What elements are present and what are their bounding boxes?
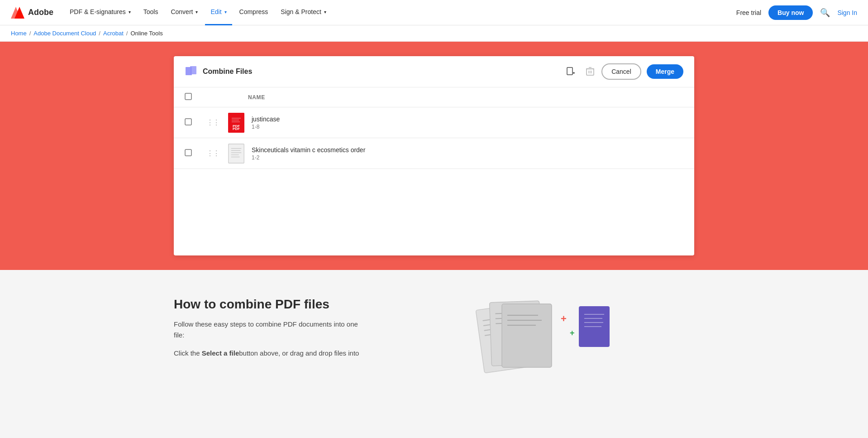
- hero-section: Combine Files: [0, 42, 868, 270]
- nav-item-convert[interactable]: Convert ▾: [165, 0, 203, 25]
- how-to-step1: Click the Select a filebutton above, or …: [174, 348, 364, 359]
- breadcrumb-current: Online Tools: [130, 30, 162, 37]
- chevron-icon: ▾: [324, 10, 326, 14]
- nav-items: PDF & E-signatures ▾ Tools Convert ▾ Edi…: [64, 0, 736, 25]
- panel-title: Combine Files: [203, 67, 559, 76]
- drag-handle-icon[interactable]: ⋮⋮: [206, 118, 219, 127]
- svg-rect-21: [229, 144, 244, 163]
- chevron-icon: ▾: [224, 10, 227, 14]
- file-name-1: justincase: [252, 116, 683, 123]
- breadcrumb-sep-1: /: [29, 30, 31, 37]
- combine-files-icon: [185, 65, 197, 78]
- nav-item-tools[interactable]: Tools: [138, 0, 164, 25]
- nav-right: Free trial Buy now 🔍 Sign In: [736, 5, 857, 20]
- svg-text:+: +: [570, 328, 575, 337]
- breadcrumb-home[interactable]: Home: [11, 30, 27, 37]
- nav-item-edit[interactable]: Edit ▾: [205, 0, 232, 25]
- chevron-icon: ▾: [196, 10, 198, 14]
- svg-text:PDF: PDF: [233, 124, 240, 128]
- search-icon[interactable]: 🔍: [820, 8, 830, 18]
- panel-header-actions: [564, 65, 596, 78]
- how-to-text: How to combine PDF files Follow these ea…: [174, 297, 364, 359]
- combine-graphic: + +: [470, 297, 615, 379]
- file-name-2: Skinceuticals vitamin c ecosmetics order: [252, 146, 683, 154]
- how-to-graphic: + +: [391, 297, 694, 379]
- nav-item-sign-protect[interactable]: Sign & Protect ▾: [275, 0, 332, 25]
- file-list-header: NAME: [174, 87, 694, 107]
- file-info-1: justincase 1-8: [252, 116, 683, 130]
- breadcrumb-acrobat[interactable]: Acrobat: [103, 30, 124, 37]
- free-trial-link[interactable]: Free trial: [736, 9, 761, 16]
- svg-rect-13: [185, 93, 191, 100]
- file-thumbnail-2: [228, 144, 244, 164]
- navbar: Adobe PDF & E-signatures ▾ Tools Convert…: [0, 0, 868, 25]
- combine-panel: Combine Files: [174, 56, 694, 255]
- how-to-title: How to combine PDF files: [174, 297, 364, 312]
- checkbox-icon: [185, 93, 192, 100]
- delete-button[interactable]: [584, 65, 596, 78]
- file-pages-2: 1-2: [252, 154, 683, 161]
- checkbox-icon: [185, 149, 192, 156]
- drag-handle-icon[interactable]: ⋮⋮: [206, 149, 219, 158]
- trash-icon: [586, 67, 594, 76]
- how-to-section: How to combine PDF files Follow these ea…: [174, 297, 694, 379]
- adobe-logo-icon: [11, 7, 24, 19]
- nav-item-compress[interactable]: Compress: [234, 0, 274, 25]
- breadcrumb: Home / Adobe Document Cloud / Acrobat / …: [0, 25, 868, 42]
- cancel-button[interactable]: Cancel: [601, 63, 641, 80]
- svg-rect-14: [185, 119, 191, 125]
- breadcrumb-adobe-doc-cloud[interactable]: Adobe Document Cloud: [33, 30, 96, 37]
- table-row: ⋮⋮ PDF justincase 1-8: [174, 107, 694, 138]
- file-info-2: Skinceuticals vitamin c ecosmetics order…: [252, 146, 683, 161]
- pdf-thumbnail-svg: PDF: [228, 113, 244, 133]
- file-list: ⋮⋮ PDF justincase 1-8: [174, 107, 694, 255]
- file-thumbnail-1: PDF: [228, 113, 244, 133]
- sign-in-link[interactable]: Sign In: [837, 9, 857, 16]
- panel-header: Combine Files: [174, 56, 694, 87]
- panel-actions-right: Cancel Merge: [601, 63, 683, 80]
- svg-rect-4: [567, 67, 572, 75]
- file-checkbox-2[interactable]: [185, 149, 199, 158]
- adobe-wordmark: Adobe: [28, 8, 53, 17]
- buy-now-button[interactable]: Buy now: [768, 5, 813, 20]
- file-pages-1: 1-8: [252, 124, 683, 130]
- svg-rect-15: [228, 113, 244, 133]
- table-row: ⋮⋮ Skinceuticals vitamin c ecosmetics or…: [174, 138, 694, 169]
- file-checkbox-1[interactable]: [185, 118, 199, 127]
- how-to-description: Follow these easy steps to combine PDF d…: [174, 319, 364, 341]
- svg-rect-20: [185, 149, 191, 156]
- merge-button[interactable]: Merge: [647, 64, 683, 79]
- adobe-logo[interactable]: Adobe: [11, 7, 53, 19]
- svg-rect-36: [502, 304, 552, 367]
- svg-rect-3: [190, 66, 196, 74]
- select-all-checkbox[interactable]: [185, 93, 199, 101]
- breadcrumb-sep-3: /: [126, 30, 128, 37]
- breadcrumb-sep-2: /: [99, 30, 100, 37]
- checkbox-icon: [185, 118, 192, 125]
- generic-thumbnail-svg: [229, 144, 244, 164]
- svg-text:+: +: [561, 313, 567, 324]
- chevron-icon: ▾: [129, 10, 131, 14]
- add-file-button[interactable]: [564, 65, 577, 78]
- lower-section: How to combine PDF files Follow these ea…: [0, 270, 868, 397]
- column-name-header: NAME: [248, 94, 265, 101]
- nav-item-pdf-esig[interactable]: PDF & E-signatures ▾: [64, 0, 136, 25]
- add-file-icon: [566, 67, 575, 76]
